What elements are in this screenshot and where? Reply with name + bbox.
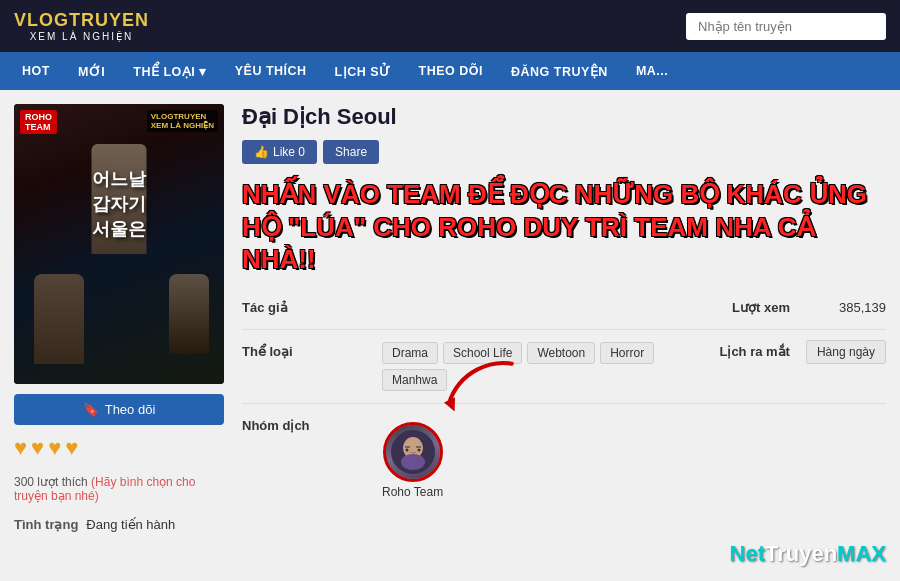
manga-cover: ROHOTEAM VLOGTRUYENXEM LÀ NGHIỆN 어느날갑자기서… bbox=[14, 104, 224, 384]
nav-lichsu[interactable]: LỊCH SỬ bbox=[321, 52, 405, 90]
roho-badge: ROHOTEAM bbox=[20, 110, 57, 134]
rating-text: 300 lượt thích (Hãy bình chọn cho truyện… bbox=[14, 475, 224, 503]
like-icon: 👍 bbox=[254, 145, 269, 159]
avatar-inner bbox=[386, 425, 440, 479]
group-label: Nhóm dịch bbox=[242, 412, 382, 439]
nav-theloai[interactable]: THỂ LOẠI ▾ bbox=[119, 52, 220, 90]
nav-theodoi[interactable]: THEO DÕI bbox=[405, 52, 497, 90]
info-table: Tác giả Lượt xem 385,139 Thể loại Drama … bbox=[242, 294, 886, 509]
release-value: Hàng ngày bbox=[806, 338, 886, 365]
logo-top: VLOGTRUYEN bbox=[14, 10, 149, 31]
status-row: Tình trạng Đang tiến hành bbox=[14, 517, 224, 532]
share-button[interactable]: Share bbox=[323, 140, 379, 164]
follow-button[interactable]: 🔖 Theo dõi bbox=[14, 394, 224, 425]
star-2: ♥ bbox=[31, 435, 44, 461]
author-value bbox=[382, 294, 666, 306]
status-value: Đang tiến hành bbox=[86, 517, 175, 532]
genre-label: Thể loại bbox=[242, 338, 382, 365]
views-label: Lượt xem bbox=[666, 294, 806, 321]
main-content: ROHOTEAM VLOGTRUYENXEM LÀ NGHIỆN 어느날갑자기서… bbox=[0, 90, 900, 581]
logo[interactable]: VLOGTRUYEN XEM LÀ NGHIỆN bbox=[14, 10, 149, 42]
star-1: ♥ bbox=[14, 435, 27, 461]
group-container: Roho Team bbox=[382, 418, 666, 503]
main-nav: HOT MỚI THỂ LOẠI ▾ YÊU THÍCH LỊCH SỬ THE… bbox=[0, 52, 900, 90]
genre-tags: Drama School Life Webtoon Horror Manhwa bbox=[382, 338, 666, 395]
vlog-badge: VLOGTRUYENXEM LÀ NGHIỆN bbox=[147, 110, 218, 132]
nav-dangtruyen[interactable]: ĐĂNG TRUYỆN bbox=[497, 52, 622, 90]
group-wrapper: Roho Team bbox=[382, 422, 443, 499]
promo-text: NHẤN VÀO TEAM ĐỂ ĐỌC NHỮNG BỘ KHÁC ỦNG H… bbox=[242, 178, 886, 276]
follow-label: Theo dõi bbox=[105, 402, 156, 417]
release-badge: Hàng ngày bbox=[806, 340, 886, 364]
nav-moi[interactable]: MỚI bbox=[64, 52, 119, 90]
search-input[interactable] bbox=[686, 13, 886, 40]
svg-point-5 bbox=[405, 448, 408, 451]
like-button[interactable]: 👍 Like 0 bbox=[242, 140, 317, 164]
left-panel: ROHOTEAM VLOGTRUYENXEM LÀ NGHIỆN 어느날갑자기서… bbox=[14, 104, 224, 567]
author-label: Tác giả bbox=[242, 294, 382, 321]
tag-webtoon[interactable]: Webtoon bbox=[527, 342, 595, 364]
right-panel: Đại Dịch Seoul 👍 Like 0 Share NHẤN VÀO T… bbox=[224, 104, 886, 567]
rating-count: 300 lượt thích bbox=[14, 475, 88, 489]
cover-title: 어느날갑자기서울은 bbox=[84, 159, 154, 251]
tag-horror[interactable]: Horror bbox=[600, 342, 654, 364]
share-label: Share bbox=[335, 145, 367, 159]
star-3: ♥ bbox=[48, 435, 61, 461]
release-label: Lịch ra mắt bbox=[666, 338, 806, 365]
group-value: Roho Team bbox=[382, 412, 666, 509]
star-4: ♥ bbox=[65, 435, 78, 461]
arrow-svg bbox=[432, 346, 523, 429]
group-avatar[interactable] bbox=[383, 422, 443, 482]
svg-point-6 bbox=[417, 448, 420, 451]
tag-drama[interactable]: Drama bbox=[382, 342, 438, 364]
manga-title: Đại Dịch Seoul bbox=[242, 104, 886, 130]
action-buttons: 👍 Like 0 Share bbox=[242, 140, 886, 164]
star-rating[interactable]: ♥ ♥ ♥ ♥ bbox=[14, 435, 224, 461]
nav-more[interactable]: MA... bbox=[622, 52, 682, 90]
nav-yeuthich[interactable]: YÊU THÍCH bbox=[221, 52, 321, 90]
nav-hot[interactable]: HOT bbox=[8, 52, 64, 90]
views-value: 385,139 bbox=[806, 294, 886, 321]
like-label: Like 0 bbox=[273, 145, 305, 159]
logo-bottom: XEM LÀ NGHIỆN bbox=[30, 31, 134, 42]
group-name: Roho Team bbox=[382, 485, 443, 499]
status-label: Tình trạng bbox=[14, 517, 78, 532]
header: VLOGTRUYEN XEM LÀ NGHIỆN bbox=[0, 0, 900, 52]
avatar-svg bbox=[391, 430, 435, 474]
bookmark-icon: 🔖 bbox=[83, 402, 99, 417]
svg-point-2 bbox=[401, 454, 425, 470]
